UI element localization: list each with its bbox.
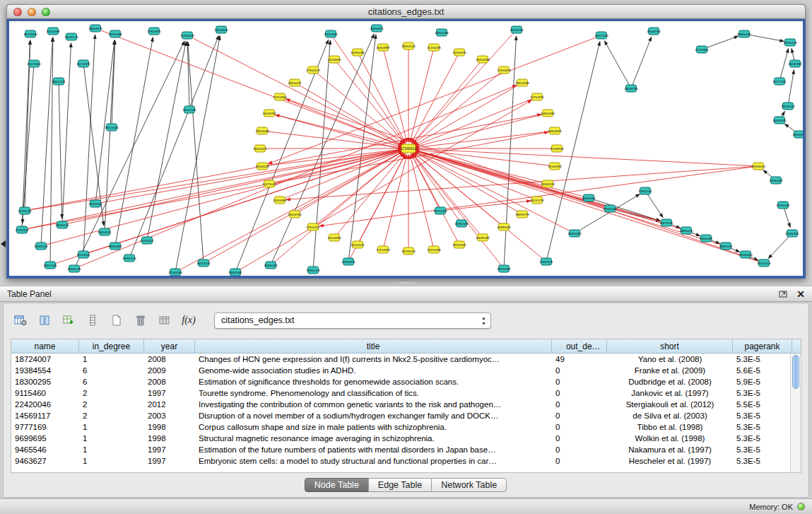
graph-node-label: 12277421: [772, 80, 787, 83]
graph-edge: [188, 42, 204, 263]
graph-edge: [313, 70, 404, 144]
table-options-icon[interactable]: [11, 311, 30, 329]
tab-node-table[interactable]: Node Table: [305, 478, 369, 492]
graph-node-label: 22654098: [324, 33, 338, 36]
graph-node-label: 18460213: [783, 41, 797, 45]
table-cell: 49: [552, 355, 607, 363]
graph-node-label: 14960287: [769, 179, 783, 182]
graph-edge: [411, 154, 459, 245]
table-row[interactable]: 911546021997Tourette syndrome. Phenomeno…: [11, 387, 801, 399]
tab-network-table[interactable]: Network Table: [431, 478, 507, 492]
zoom-window-button[interactable]: [42, 8, 50, 16]
table-header-row: namein_degreeyeartitle△out_de…shortpager…: [11, 339, 801, 354]
table-row[interactable]: 969969511998Structural magnetic resonanc…: [11, 433, 801, 444]
minimize-window-button[interactable]: [28, 8, 36, 16]
table-body: 1872400712008Changes of HCN gene express…: [11, 354, 801, 467]
graph-node-label: 13960875: [341, 260, 355, 264]
graph-node-label: 21260850: [15, 228, 29, 232]
table-row[interactable]: 946554611997Estimation of the future num…: [11, 444, 801, 455]
graph-edge: [95, 28, 403, 146]
graph-node-label: 14660287: [567, 232, 582, 235]
graph-node-label: 18654098: [435, 31, 449, 35]
show-columns-icon[interactable]: [35, 311, 54, 329]
table-cell: 2: [79, 389, 144, 397]
column-header-label: pagerank: [744, 341, 779, 351]
import-table-icon[interactable]: [155, 311, 175, 329]
panel-collapse-arrow[interactable]: [1, 240, 6, 247]
graph-node-label: 18495778: [515, 213, 529, 216]
float-panel-icon[interactable]: [779, 290, 788, 298]
graph-node-label: 13354876: [452, 51, 466, 54]
graph-node-label: 16157278: [530, 199, 544, 202]
table-panel-title: Table Panel: [7, 289, 52, 299]
table-scrollbar[interactable]: [790, 354, 801, 472]
table-cell: Estimation of significance thresholds fo…: [195, 378, 552, 386]
column-header-year[interactable]: year: [144, 339, 195, 353]
network-window-titlebar[interactable]: citations_edges.txt: [6, 4, 806, 19]
column-header-out_de[interactable]: △out_de…: [552, 339, 607, 353]
function-builder-icon[interactable]: f(x): [179, 311, 199, 329]
network-canvas[interactable]: 1724041211545908121609542204610916157278…: [6, 19, 806, 279]
table-row[interactable]: 1456911722003Disruption of a novel membe…: [11, 410, 801, 421]
graph-node-label: 17960132: [638, 189, 652, 193]
graph-node-label: 19153454: [433, 209, 447, 213]
table-row[interactable]: 946362711997Embryonic stem cells: a mode…: [11, 455, 801, 467]
table-cell: 2008: [144, 378, 195, 386]
graph-node-label: 16879197: [659, 221, 673, 225]
table-row[interactable]: 977716911998Corpus callosum shape and si…: [11, 421, 801, 433]
column-header-short[interactable]: short: [607, 339, 733, 353]
table-cell: 9699695: [11, 434, 79, 443]
table-cell: 0: [552, 389, 607, 397]
column-header-label: year: [161, 341, 177, 351]
table-row[interactable]: 1938455462009Genome-wide association stu…: [11, 365, 801, 376]
close-window-button[interactable]: [13, 8, 22, 16]
graph-edge: [269, 150, 402, 184]
table-scrollbar-thumb[interactable]: [792, 355, 799, 389]
graph-node-label: 22046109: [541, 182, 555, 186]
graph-node-label: 16654876: [370, 27, 384, 30]
column-header-pagerank[interactable]: pagerank: [733, 339, 792, 353]
graph-node-label: 17060432: [776, 204, 790, 207]
graph-node-label: 20154098: [46, 30, 60, 33]
tab-edge-table[interactable]: Edge Table: [368, 478, 432, 492]
graph-edge: [280, 97, 403, 146]
graph-node-label: 14354098: [351, 51, 365, 54]
graph-node-label: 18960452: [108, 245, 122, 248]
graph-edge: [204, 151, 403, 263]
graph-node-label: 17854876: [147, 30, 161, 33]
column-header-title[interactable]: title: [195, 339, 552, 353]
table-row[interactable]: 1830029562008Estimation of significance …: [11, 376, 801, 387]
table-row[interactable]: 1872400712008Changes of HCN gene express…: [11, 354, 801, 365]
combobox-value: citations_edges.txt: [221, 315, 295, 325]
table-panel-body: f(x) citations_edges.txt ▲▼ namein_degre…: [3, 303, 809, 498]
graph-node-label: 12760854: [695, 48, 709, 52]
graph-node-label: 16460821: [772, 119, 787, 122]
edit-table-icon[interactable]: [59, 311, 78, 329]
table-cell: 22420046: [11, 400, 79, 409]
graph-node-label: 20960135: [67, 267, 81, 271]
combobox-arrows-icon: ▲▼: [481, 315, 486, 327]
column-header-name[interactable]: name: [11, 339, 79, 353]
table-cell: Investigating the contribution of common…: [195, 400, 552, 409]
table-cell: Corpus callosum shape and size in male p…: [195, 423, 552, 431]
graph-edge: [415, 149, 555, 166]
new-document-icon[interactable]: [107, 311, 126, 329]
table-cell: 5.3E-5: [733, 411, 792, 420]
delete-column-icon[interactable]: [131, 311, 151, 329]
table-row[interactable]: 2242004622012Investigating the contribut…: [11, 399, 801, 410]
graph-edge: [645, 191, 663, 218]
table-cell: Dudbridge et al. (2008): [607, 378, 733, 386]
graph-node-label: 15960287: [699, 237, 713, 240]
graph-node-label: 18318804: [23, 33, 37, 36]
row-height-icon[interactable]: [83, 311, 102, 329]
table-cell: Jankovic et al. (1997): [607, 389, 733, 397]
close-panel-icon[interactable]: ✕: [796, 289, 805, 299]
graph-node-label: 15060982: [788, 62, 802, 66]
table-cell: 1: [79, 355, 144, 363]
column-header-in_degree[interactable]: in_degree: [79, 339, 144, 353]
graph-node-label: 18260987: [497, 267, 511, 271]
splitter-handle[interactable]: [397, 281, 416, 284]
table-cell: Wolkin et al. (1998): [607, 434, 733, 443]
graph-node-label: 14854098: [541, 112, 555, 115]
table-select-combobox[interactable]: citations_edges.txt ▲▼: [214, 313, 491, 329]
